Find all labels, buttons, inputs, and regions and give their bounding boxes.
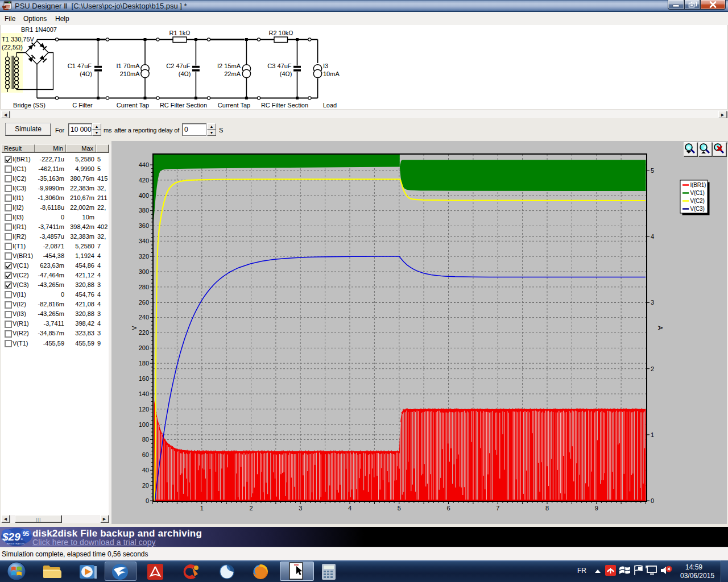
svg-text:V: V — [131, 326, 138, 330]
svg-text:BR1 1N4007: BR1 1N4007 — [21, 26, 57, 33]
svg-text:340: 340 — [139, 238, 149, 244]
svg-text:100: 100 — [139, 421, 149, 428]
svg-text:22mA: 22mA — [224, 70, 241, 77]
svg-text:0: 0 — [146, 497, 149, 504]
svg-text:$29: $29 — [2, 531, 20, 543]
svg-text:C Filter: C Filter — [72, 102, 93, 109]
svg-text:RC Filter Section: RC Filter Section — [160, 102, 207, 109]
svg-text:280: 280 — [139, 284, 149, 290]
svg-text:440: 440 — [139, 161, 149, 168]
svg-text:V(C2): V(C2) — [690, 198, 705, 204]
svg-text:3: 3 — [299, 505, 302, 512]
svg-text:C1 47uF: C1 47uF — [68, 63, 92, 69]
svg-text:5: 5 — [651, 167, 654, 174]
svg-text:220: 220 — [139, 329, 149, 336]
svg-text:1: 1 — [651, 431, 654, 438]
svg-text:4: 4 — [348, 505, 351, 512]
svg-text:(4Ω): (4Ω) — [280, 70, 292, 77]
svg-text:C2 47uF: C2 47uF — [166, 63, 190, 69]
svg-text:(22,5Ω): (22,5Ω) — [2, 44, 23, 51]
svg-text:T1 330,75V: T1 330,75V — [2, 36, 35, 43]
svg-text:I(BR1): I(BR1) — [690, 182, 706, 188]
svg-text:95: 95 — [23, 531, 30, 537]
svg-text:420: 420 — [139, 177, 149, 184]
svg-text:10mA: 10mA — [323, 70, 340, 77]
svg-text:9: 9 — [595, 505, 598, 512]
svg-text:140: 140 — [139, 390, 149, 397]
svg-text:Load: Load — [323, 102, 337, 109]
svg-text:(4Ω): (4Ω) — [179, 70, 191, 77]
svg-text:Current Tap: Current Tap — [218, 102, 250, 109]
svg-text:RC Filter Section: RC Filter Section — [261, 102, 308, 109]
svg-text:360: 360 — [139, 222, 149, 229]
svg-text:4: 4 — [651, 233, 654, 240]
svg-text:5: 5 — [398, 505, 401, 512]
svg-text:8: 8 — [545, 505, 549, 512]
svg-text:R1 1kΩ: R1 1kΩ — [169, 30, 191, 36]
svg-text:Current Tap: Current Tap — [117, 102, 149, 109]
svg-text:380: 380 — [139, 207, 149, 214]
svg-text:0: 0 — [651, 497, 654, 504]
svg-text:(4Ω): (4Ω) — [80, 70, 92, 77]
svg-text:20: 20 — [142, 482, 149, 489]
svg-text:I3: I3 — [323, 63, 328, 69]
svg-text:I1 70mA: I1 70mA — [117, 63, 140, 69]
svg-text:7: 7 — [496, 505, 499, 512]
svg-text:V(C1): V(C1) — [690, 190, 705, 196]
svg-text:6: 6 — [446, 505, 450, 512]
svg-text:C3 47uF: C3 47uF — [267, 63, 291, 69]
svg-text:260: 260 — [139, 299, 149, 306]
svg-text:V(C3): V(C3) — [690, 206, 705, 212]
svg-text:REGISTRATION: REGISTRATION — [7, 542, 24, 545]
svg-text:2: 2 — [651, 365, 654, 372]
svg-text:60: 60 — [142, 451, 149, 458]
svg-text:80: 80 — [142, 436, 149, 443]
svg-text:A: A — [657, 326, 664, 330]
svg-text:I2 15mA: I2 15mA — [217, 63, 241, 69]
svg-text:3: 3 — [651, 299, 654, 306]
svg-text:Bridge (SS): Bridge (SS) — [13, 102, 46, 109]
svg-text:40: 40 — [142, 467, 149, 473]
svg-text:240: 240 — [139, 314, 149, 321]
svg-text:210mA: 210mA — [120, 70, 140, 77]
svg-text:R2 10kΩ: R2 10kΩ — [268, 30, 293, 36]
svg-text:160: 160 — [139, 375, 149, 382]
svg-text:400: 400 — [139, 192, 149, 199]
svg-text:120: 120 — [139, 406, 149, 413]
svg-text:320: 320 — [139, 253, 149, 260]
svg-text:1: 1 — [200, 505, 204, 512]
svg-text:2: 2 — [249, 505, 253, 512]
svg-text:200: 200 — [139, 344, 149, 351]
svg-text:300: 300 — [139, 268, 149, 275]
svg-text:180: 180 — [139, 360, 149, 367]
